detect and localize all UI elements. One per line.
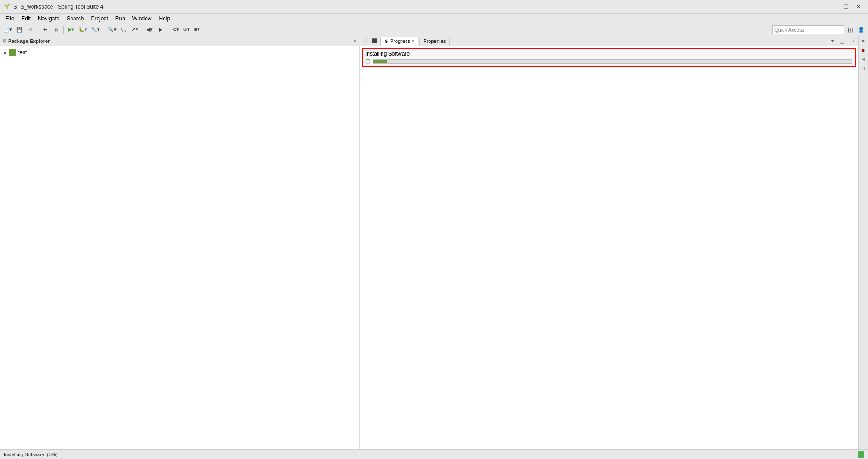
toolbar-share[interactable]: ↗▾	[130, 25, 140, 35]
toolbar-print[interactable]: 🖨	[25, 25, 35, 35]
toolbar: 📄▾ 💾 🖨 ↩ ⎘ ▶▾ 🐛▾ 🔧▾ 🔍▾ ⑂▾ ↗▾ ◀▾ ▶ ⟲▾ ⟳▾ …	[0, 23, 868, 36]
title-bar-controls: — ❐ ✕	[827, 2, 864, 11]
app-icon: 🌱	[4, 3, 11, 10]
menu-search[interactable]: Search	[63, 14, 87, 23]
menu-window[interactable]: Window	[129, 14, 156, 23]
toolbar-sep-2	[63, 26, 64, 34]
toolbar-next[interactable]: ▶	[156, 25, 165, 35]
progress-bar-container	[373, 59, 852, 64]
quick-access-label: Quick Access	[774, 27, 804, 33]
properties-tab-label: Properties	[423, 38, 446, 44]
toolbar-external[interactable]: 🔧▾	[90, 25, 101, 35]
progress-tab-label: Progress	[390, 38, 410, 44]
tree-project-item[interactable]: ▶ 🌿 test	[2, 48, 357, 57]
maximize-button[interactable]: ❐	[840, 2, 852, 11]
tab-panel-right: ▾ ▁ □	[828, 37, 856, 45]
progress-tab-close[interactable]: ×	[412, 39, 414, 43]
view-menu-btn[interactable]: ▾	[828, 37, 836, 45]
left-panel: ⊞ Package Explorer × ▶ 🌿 test	[0, 36, 359, 449]
package-explorer-close[interactable]: ×	[354, 38, 356, 43]
tab-progress[interactable]: ⚙ Progress ×	[380, 37, 418, 46]
side-icon-close[interactable]: ■	[859, 46, 868, 54]
maximize-view-btn[interactable]: □	[848, 37, 856, 45]
package-explorer-title: Package Explorer	[8, 38, 50, 44]
toolbar-sep-5	[168, 26, 168, 34]
project-icon: 🌿	[9, 49, 16, 56]
installing-software-title: Installing Software	[365, 51, 852, 57]
maximize-panel-btn[interactable]: ⬛	[370, 37, 378, 45]
side-icon-3[interactable]: ⊞	[859, 55, 868, 63]
toolbar-sep-4	[142, 26, 142, 34]
toolbar-redo[interactable]: ⟳▾	[181, 25, 191, 35]
status-bar: Installing Software: (3%)	[0, 449, 868, 459]
outer-right-column: ≡ ■ ⊞ ◻	[858, 36, 868, 449]
menu-bar: File Edit Navigate Search Project Run Wi…	[0, 14, 868, 23]
side-icon-1[interactable]: ≡	[859, 37, 868, 45]
menu-help[interactable]: Help	[156, 14, 174, 23]
right-panel-inner: ⬜ ⬛ ⚙ Progress × Properties ▾ ▁ □	[359, 36, 868, 449]
toolbar-new[interactable]: 📄▾	[2, 25, 14, 35]
toolbar-search-btn[interactable]: 🔍▾	[106, 25, 118, 35]
toolbar-git[interactable]: ⑂▾	[119, 25, 129, 35]
toolbar-debug[interactable]: 🐛▾	[77, 25, 89, 35]
progress-panel-body: Installing Software	[359, 46, 858, 449]
progress-bar-fill	[373, 60, 387, 63]
minimize-button[interactable]: —	[827, 2, 839, 11]
toolbar-perspective2[interactable]: 👤	[856, 25, 866, 35]
menu-project[interactable]: Project	[87, 14, 111, 23]
tab-bar: ⬜ ⬛ ⚙ Progress × Properties ▾ ▁ □	[359, 36, 858, 46]
menu-edit[interactable]: Edit	[18, 14, 34, 23]
toolbar-misc[interactable]: ≡▾	[192, 25, 202, 35]
window-title: STS_workspace - Spring Tool Suite 4	[14, 4, 104, 10]
minimize-panel-btn[interactable]: ⬜	[361, 37, 369, 45]
toolbar-save[interactable]: 💾	[14, 25, 24, 35]
menu-run[interactable]: Run	[112, 14, 129, 23]
toolbar-prev[interactable]: ◀▾	[145, 25, 155, 35]
side-icon-4[interactable]: ◻	[859, 64, 868, 72]
right-panel: ⬜ ⬛ ⚙ Progress × Properties ▾ ▁ □	[359, 36, 868, 449]
toolbar-perspective1[interactable]: ⊞	[845, 25, 855, 35]
toolbar-sep-1	[38, 26, 38, 34]
toolbar-undo2[interactable]: ⟲▾	[170, 25, 180, 35]
toolbar-copy[interactable]: ⎘	[51, 25, 61, 35]
title-bar: 🌱 STS_workspace - Spring Tool Suite 4 — …	[0, 0, 868, 14]
package-explorer-icon: ⊞	[3, 38, 6, 43]
menu-file[interactable]: File	[2, 14, 18, 23]
quick-access-input[interactable]: Quick Access	[772, 25, 844, 34]
close-button[interactable]: ✕	[853, 2, 864, 11]
tree-arrow: ▶	[4, 50, 7, 55]
project-name: test	[18, 49, 27, 56]
main-area: ⊞ Package Explorer × ▶ 🌿 test ⬜ ⬛	[0, 36, 868, 449]
toolbar-run[interactable]: ▶▾	[66, 25, 76, 35]
menu-navigate[interactable]: Navigate	[34, 14, 63, 23]
package-explorer-header: ⊞ Package Explorer ×	[0, 36, 359, 46]
package-explorer-content: ▶ 🌿 test	[0, 46, 359, 449]
progress-tab-icon: ⚙	[384, 39, 388, 44]
status-message: Installing Software: (3%)	[4, 452, 57, 457]
status-indicator	[858, 451, 864, 458]
title-bar-left: 🌱 STS_workspace - Spring Tool Suite 4	[4, 3, 104, 10]
toolbar-sep-3	[104, 26, 104, 34]
tab-actions-left: ⬜ ⬛	[361, 37, 378, 45]
minimize-view-btn[interactable]: ▁	[838, 37, 846, 45]
toolbar-undo[interactable]: ↩	[40, 25, 50, 35]
progress-bar-row	[365, 59, 852, 64]
status-right	[858, 451, 864, 458]
progress-spinner	[365, 59, 371, 64]
tab-properties[interactable]: Properties	[419, 37, 450, 46]
installing-software-row: Installing Software	[362, 48, 856, 67]
right-panel-main: ⬜ ⬛ ⚙ Progress × Properties ▾ ▁ □	[359, 36, 858, 449]
